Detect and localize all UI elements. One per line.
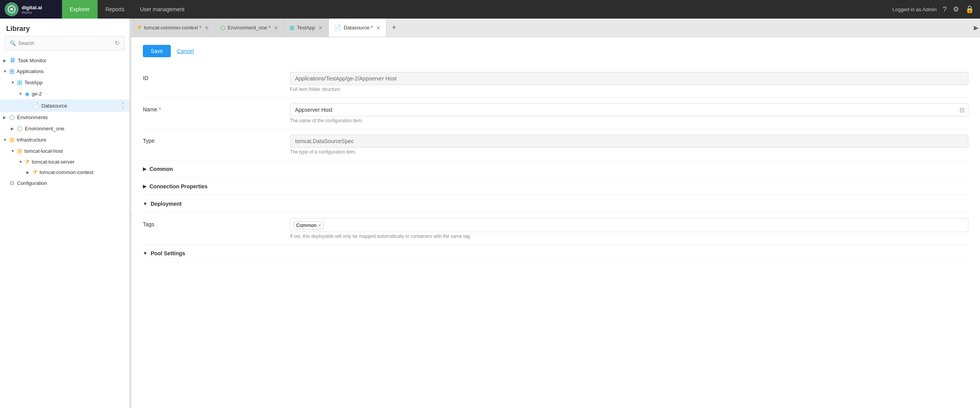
tree-item-datasource[interactable]: 📄 Datasource ⋮: [0, 99, 129, 112]
tab-label: Environment_one *: [228, 25, 271, 31]
tree-arrow: ▼: [3, 69, 9, 73]
tab-icon: 📄: [334, 24, 342, 31]
user-label: Logged in as Admin: [892, 7, 937, 12]
environment-one-icon: ⬡: [17, 125, 22, 132]
tree-item-task-monitor[interactable]: ▶ 🖥 Task Monitor: [0, 55, 129, 66]
configuration-icon: ⚙: [9, 179, 15, 187]
tree-label: Task Monitor: [18, 58, 46, 63]
pool-settings-section-header[interactable]: ▼ Pool Settings: [143, 245, 968, 262]
connection-properties-arrow: ▶: [143, 184, 146, 189]
type-field-row: Type The type of a configuration item.: [143, 129, 968, 160]
tree-arrow: ▼: [19, 160, 25, 164]
ge2-icon: ◈: [25, 90, 29, 97]
lock-icon[interactable]: 🔒: [965, 5, 974, 14]
refresh-icon[interactable]: ↻: [115, 39, 120, 47]
sidebar: Library 🔍 ↻ ▶ 🖥 Task Monitor ▼ ⊞ Applica…: [0, 19, 130, 408]
search-input[interactable]: [18, 40, 115, 46]
edit-icon: ⊟: [959, 106, 965, 114]
environments-icon: ⬡: [9, 114, 15, 121]
connection-properties-label: Connection Properties: [149, 183, 208, 189]
tree-arrow: ▶: [3, 115, 9, 119]
tree-arrow: ▶: [11, 126, 17, 131]
tree-arrow: ▶: [3, 58, 9, 63]
tree-item-tomcat-common-context[interactable]: ▶ ⧩ tomcat-common-context: [0, 167, 129, 178]
tomcat-local-host-icon: ⊞: [17, 147, 22, 155]
tab-close-button[interactable]: ✕: [204, 25, 209, 31]
tree-arrow: ▶: [26, 170, 33, 174]
pool-settings-arrow: ▼: [143, 251, 148, 256]
deployment-label: Deployment: [151, 201, 182, 207]
tree-item-tomcat-local-server[interactable]: ▼ ⧩ tomcat-local-server: [0, 157, 129, 167]
tree-item-applications[interactable]: ▼ ⊞ Applications: [0, 66, 129, 77]
add-tab-button[interactable]: +: [386, 19, 402, 37]
tree-item-environment-one[interactable]: ▶ ⬡ Environment_one: [0, 123, 129, 134]
common-section-header[interactable]: ▶ Common: [143, 160, 968, 178]
connection-properties-section-header[interactable]: ▶ Connection Properties: [143, 178, 968, 195]
type-control: The type of a configuration item.: [290, 135, 968, 155]
type-hint: The type of a configuration item.: [290, 149, 968, 155]
tag-remove-button[interactable]: ×: [318, 222, 321, 228]
tree-label: tomcat-common-context: [39, 169, 93, 175]
common-section-arrow: ▶: [143, 166, 146, 172]
tab-environment-one[interactable]: ⬡ Environment_one * ✕: [215, 19, 284, 37]
tab-close-button[interactable]: ✕: [274, 25, 278, 31]
tree-label: Configuration: [17, 180, 47, 186]
nav-explorer[interactable]: Explorer: [62, 0, 98, 19]
type-label: Type: [143, 135, 290, 144]
tree-item-ge-2[interactable]: ▼ ◈ ge-2: [0, 88, 129, 99]
tab-datasource[interactable]: 📄 Datasource * ✕: [329, 19, 386, 37]
tree-label: TestApp: [24, 80, 43, 85]
tree-label: ge-2: [32, 91, 42, 97]
testapp-icon: ⊞: [17, 79, 22, 86]
tabs-overflow-button[interactable]: ▶: [974, 24, 978, 31]
name-field-row: Name * ⊟ The name of the configuration i…: [143, 98, 968, 129]
tree-item-testapp[interactable]: ▼ ⊞ TestApp: [0, 77, 129, 88]
sidebar-tree: ▶ 🖥 Task Monitor ▼ ⊞ Applications ▼ ⊞ Te…: [0, 53, 129, 408]
help-icon[interactable]: ?: [943, 5, 947, 14]
cancel-button[interactable]: Cancel: [175, 45, 196, 57]
tree-arrow: ▼: [3, 138, 9, 142]
main-layout: Library 🔍 ↻ ▶ 🖥 Task Monitor ▼ ⊞ Applica…: [0, 19, 980, 408]
tab-close-button[interactable]: ✕: [318, 25, 323, 31]
tree-arrow: ▼: [11, 149, 17, 153]
save-button[interactable]: Save: [143, 45, 171, 57]
tree-item-configuration[interactable]: ⚙ Configuration: [0, 178, 129, 189]
tags-label: Tags: [143, 218, 290, 227]
id-input[interactable]: [290, 72, 968, 85]
tree-item-environments[interactable]: ▶ ⬡ Environments: [0, 112, 129, 123]
tree-label: Infrastructure: [17, 137, 46, 143]
top-nav: digital.ai deploy Explorer Reports User …: [0, 0, 980, 19]
logo-area: digital.ai deploy: [0, 0, 62, 19]
tree-item-infrastructure[interactable]: ▼ ⊞ Infrastructure: [0, 134, 129, 145]
datasource-icon: 📄: [33, 102, 39, 109]
tab-icon: ⧩: [137, 24, 142, 31]
tab-close-button[interactable]: ✕: [376, 25, 381, 31]
form-area: Save Cancel ID Full item folder structur…: [131, 37, 980, 408]
tab-label: Datasource *: [344, 25, 373, 31]
form-actions: Save Cancel: [143, 45, 968, 57]
deployment-section-header[interactable]: ▼ Deployment: [143, 195, 968, 213]
id-label: ID: [143, 72, 290, 81]
tab-label: tomcat-common-context *: [144, 25, 201, 31]
tree-item-tomcat-local-host[interactable]: ▼ ⊞ tomcat-local-host: [0, 145, 129, 157]
name-input[interactable]: [290, 103, 968, 116]
resize-handle[interactable]: [130, 19, 131, 408]
sidebar-title: Library: [0, 19, 129, 36]
tag-container[interactable]: Common ×: [290, 218, 968, 232]
nav-reports[interactable]: Reports: [98, 0, 132, 19]
name-input-wrapper: ⊟: [290, 103, 968, 116]
name-label: Name *: [143, 103, 290, 113]
common-section-label: Common: [149, 166, 173, 172]
tag-common: Common ×: [293, 221, 324, 229]
settings-icon[interactable]: ⚙: [953, 5, 959, 14]
more-options-button[interactable]: ⋮: [119, 101, 126, 110]
tomcat-common-context-icon: ⧩: [33, 169, 37, 176]
nav-user-management[interactable]: User management: [132, 0, 192, 19]
logo-text: digital.ai deploy: [22, 5, 42, 14]
tags-control: Common × If set, this deployable will on…: [290, 218, 968, 239]
logo-icon: [5, 2, 19, 16]
tab-tomcat-common-context[interactable]: ⧩ tomcat-common-context * ✕: [131, 19, 215, 37]
tab-testapp[interactable]: ⊞ TestApp ✕: [284, 19, 329, 37]
id-field-row: ID Full item folder structure.: [143, 67, 968, 98]
type-input[interactable]: [290, 135, 968, 148]
